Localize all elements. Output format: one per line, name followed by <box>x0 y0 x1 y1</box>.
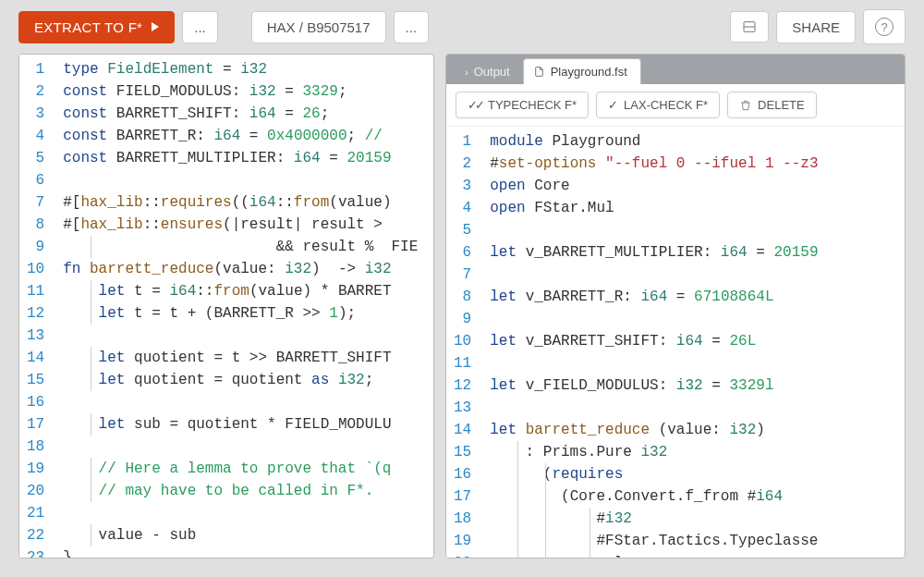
tab-playground[interactable]: Playground.fst <box>523 58 641 84</box>
right-code[interactable]: module Playground#set-options "--fuel 0 … <box>482 127 905 558</box>
check-icon: ✓ <box>608 98 618 112</box>
layout-split-icon <box>742 19 757 34</box>
top-toolbar: EXTRACT TO F* ... HAX / B9507517 ... SHA… <box>0 0 924 54</box>
panels: 1234567891011121314151617181920212223 ty… <box>0 54 924 577</box>
breadcrumb-label: HAX / B9507517 <box>267 19 371 35</box>
left-editor[interactable]: 1234567891011121314151617181920212223 ty… <box>19 55 433 558</box>
layout-button[interactable] <box>730 11 769 43</box>
right-tabbar: › Output Playground.fst <box>446 55 905 84</box>
left-panel: 1234567891011121314151617181920212223 ty… <box>18 54 434 559</box>
right-editor[interactable]: 123456789101112131415161718192021 module… <box>446 127 905 558</box>
double-check-icon: ✓✓ <box>468 98 482 112</box>
play-icon <box>152 22 159 31</box>
breadcrumb-more-button[interactable]: ... <box>394 11 430 43</box>
breadcrumb-button[interactable]: HAX / B9507517 <box>251 11 386 43</box>
extract-button[interactable]: EXTRACT TO F* <box>18 11 175 43</box>
typecheck-button[interactable]: ✓✓ TYPECHECK F* <box>456 92 589 118</box>
share-button[interactable]: SHARE <box>776 11 856 43</box>
file-icon <box>533 66 545 78</box>
right-toolbar: ✓✓ TYPECHECK F* ✓ LAX-CHECK F* DELETE <box>446 84 905 127</box>
help-button[interactable]: ? <box>863 9 906 44</box>
extract-label: EXTRACT TO F* <box>34 19 142 35</box>
laxcheck-button[interactable]: ✓ LAX-CHECK F* <box>596 92 720 118</box>
right-gutter: 123456789101112131415161718192021 <box>446 127 482 558</box>
delete-button[interactable]: DELETE <box>727 92 817 118</box>
left-code[interactable]: type FieldElement = i32const FIELD_MODUL… <box>55 55 433 558</box>
trash-icon <box>739 99 752 112</box>
left-gutter: 1234567891011121314151617181920212223 <box>19 55 55 558</box>
right-panel: › Output Playground.fst ✓✓ TYPECHECK F* … <box>445 54 906 559</box>
extract-more-button[interactable]: ... <box>182 11 218 43</box>
help-icon: ? <box>875 18 894 36</box>
tab-output[interactable]: › Output <box>456 59 523 84</box>
chevron-right-icon: › <box>465 67 468 78</box>
